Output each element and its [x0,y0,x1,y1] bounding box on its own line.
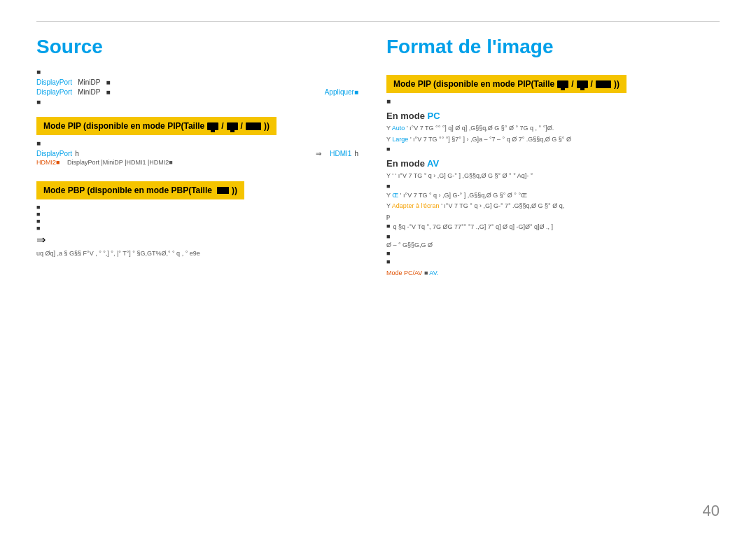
format-title: Format de l'image [386,36,720,58]
pip-source-displayport: DisplayPort h ⇒ HDMI1 h [36,150,358,157]
source-row-2: DisplayPort MiniDP ■ Appliquer■ [36,88,358,96]
icon-sq-2: ■ [106,88,110,96]
pip-mode-box: Mode PIP (disponible en mode PIP(Taille … [36,117,276,135]
monitor-icon-small [207,122,218,130]
right-slash-2: / [591,79,593,89]
pip-hdmi1: HDMI1 [330,150,351,157]
right-pip-label: Mode PIP (disponible en mode PIP(Taille [393,79,554,89]
mode-pc-av-value: AV. [429,269,438,276]
slash-1: / [221,121,223,131]
pip-dp-label: DisplayPort [36,150,72,157]
oe-label: Œ [392,192,398,199]
right-monitor-icon-large [596,80,611,88]
notice-icon3: ■ [386,250,720,257]
displayport-label-1: DisplayPort [36,78,72,86]
mode-av-row-adapter: Y Adapter à l'écran ' ı°V 7 TG ° q › ,G]… [386,202,720,211]
pbp-icon-rows: ■ ■ ■ ■ [36,204,358,232]
mode-av-row1: Y ' ' ı°V 7 TG ° q › ,G] G-° ] ,G§§q,Ø G… [386,171,720,181]
mode-pc-auto-row: Y Auto ' ı°V 7 TG °° °] q] Ø q] ,G§§q,Ø … [386,124,720,134]
right-pip-label-suffix: )) [614,79,620,89]
right-monitor-icon-small [557,80,568,88]
mode-pc-title: En mode PC [386,111,720,121]
notice-icon: ■ [386,223,390,230]
notice-row: ■ q §q -°V Tq °, 7G ØG 77°° °7 .,G] 7° q… [386,223,720,232]
minidp-label-2: MiniDP [78,88,100,96]
icon-sq-1: ■ [106,78,110,86]
adapter-label: Adapter à l'écran [392,202,440,209]
notice-icon2: ■ [386,233,720,240]
pbp-arrow-icon: ⇒ [36,233,46,246]
mode-av-row-oe: Y Œ ' ı°V 7 TG ° q › ,G] G-° ] ,G§§q,Ø G… [386,191,720,201]
pip-arrow: ⇒ [316,150,321,157]
page-number: 40 [703,502,720,520]
source-row-1: DisplayPort MiniDP ■ [36,78,358,86]
mode-pc-av-label: Mode PC/AV [386,269,422,276]
pip-hdmi2-label: HDMI2■ [36,159,59,166]
mode-pc-large-row: Y Large ' ı°V 7 TG °° °] §7° ] › ,G]a – … [386,135,720,145]
notice-text1: q §q -°V Tq °, 7G ØG 77°° °7 .,G] 7° q] … [393,223,720,232]
pip-label-suffix: )) [264,121,270,131]
mode-av-highlight: AV [427,158,439,169]
slash-2: / [241,121,243,131]
pip-dp-h: h [75,150,79,157]
pbp-label: Mode PBP (disponible en mode PBP(Taille [43,185,212,195]
mode-av-p-icon: p [386,213,720,220]
minidp-label-1: MiniDP [78,78,100,86]
pbp-label-suffix: )) [232,185,237,195]
pbp-mode-box: Mode PBP (disponible en mode PBP(Taille … [36,181,244,199]
pip-note-icon: ■ [36,139,358,147]
pbp-note-text: uq Øq] ,a § G§§ F°V , ° °,] °, |° T°] ° … [36,249,358,259]
pbp-arrow-row: ⇒ [36,233,358,246]
notice-text2: Ø – ° G§§G,G Ø [386,241,720,248]
pip-hdmi1-h: h [354,150,358,157]
source-icon-row-2: ■ [36,98,358,106]
monitor-icon-med [227,122,238,130]
notice-icon4: ■ [386,258,720,265]
appliquer-label: Appliquer■ [325,88,358,96]
right-pip-note-icon: ■ [386,97,720,105]
source-title: Source [36,36,358,58]
mode-av-icon: ■ [386,183,720,190]
mode-pc-icon: ■ [386,146,720,153]
source-icon-row: ■ [36,68,358,76]
large-label: Large [392,136,408,143]
right-column: Format de l'image Mode PIP (disponible e… [386,36,720,276]
mode-av-title: En mode AV [386,158,720,169]
right-monitor-icon-med [577,80,588,88]
pip-label: Mode PIP (disponible en mode PIP(Taille [43,121,204,131]
displayport-label-2: DisplayPort [36,88,72,96]
pbp-icon [215,187,229,194]
right-pip-mode-box: Mode PIP (disponible en mode PIP(Taille … [386,75,626,93]
mode-pc-highlight: PC [428,111,440,121]
auto-label: Auto [392,125,405,132]
right-slash-1: / [571,79,573,89]
pip-sub-text: DisplayPort |MiniDP |HDMI1 |HDMI2■ [67,159,173,166]
left-column: Source ■ DisplayPort MiniDP ■ DisplayPor… [36,36,358,276]
top-divider [36,21,720,22]
monitor-icon-large [246,122,261,130]
mode-pc-av-row: Mode PC/AV ■ AV. [386,269,720,276]
pip-sub-row: HDMI2■ DisplayPort |MiniDP |HDMI1 |HDMI2… [36,159,358,166]
